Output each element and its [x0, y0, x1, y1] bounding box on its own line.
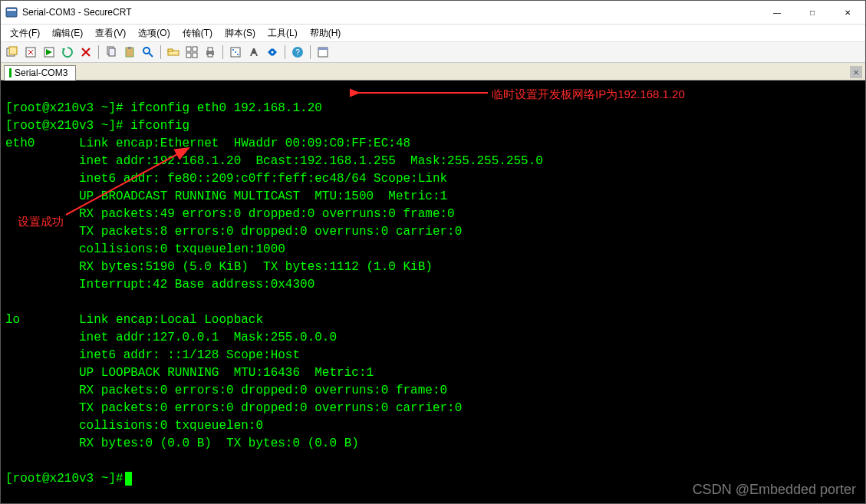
output-line: Interrupt:42 Base address:0x4300 — [5, 278, 314, 292]
annotation-set-success: 设置成功 — [18, 212, 64, 230]
svg-rect-32 — [318, 48, 328, 50]
toolbar-separator — [310, 45, 311, 59]
terminal-pane[interactable]: [root@x210v3 ~]# ifconfig eth0 192.168.1… — [1, 81, 865, 503]
output-line: inet addr:127.0.0.1 Mask:255.0.0.0 — [5, 331, 337, 344]
tab-strip: Serial-COM3 ✕ — [1, 63, 865, 81]
maximize-button[interactable]: □ — [795, 1, 830, 24]
annotation-arrow-icon — [350, 85, 488, 100]
svg-text:?: ? — [295, 48, 300, 57]
svg-rect-3 — [9, 47, 17, 54]
app-window: Serial-COM3 - SecureCRT — □ ✕ 文件(F) 编辑(E… — [0, 0, 866, 504]
keymap-icon[interactable] — [245, 44, 262, 61]
svg-rect-0 — [6, 8, 17, 17]
svg-rect-19 — [193, 47, 197, 51]
paste-icon[interactable] — [121, 44, 138, 61]
command-text: ifconfig — [123, 119, 189, 133]
output-line: RX bytes:5190 (5.0 KiB) TX bytes:1112 (1… — [5, 260, 433, 274]
svg-rect-13 — [128, 47, 131, 49]
cursor-block — [125, 472, 132, 486]
command-text: ifconfig eth0 192.168.1.20 — [123, 101, 322, 115]
output-line: inet addr:192.168.1.20 Bcast:192.168.1.2… — [5, 154, 543, 168]
disconnect-icon[interactable] — [77, 44, 94, 61]
output-line: eth0 Link encap:Ethernet HWaddr 00:09:C0… — [5, 137, 410, 150]
minimize-button[interactable]: — — [759, 1, 795, 24]
toolbar-separator — [285, 45, 285, 59]
toggle-icon[interactable] — [314, 44, 331, 61]
output-line: RX packets:49 errors:0 dropped:0 overrun… — [5, 207, 455, 221]
svg-point-27 — [235, 51, 236, 53]
output-line: UP BROADCAST RUNNING MULTICAST MTU:1500 … — [5, 189, 447, 203]
copy-icon[interactable] — [103, 44, 120, 61]
output-line: RX bytes:0 (0.0 B) TX bytes:0 (0.0 B) — [5, 436, 359, 450]
watermark-text: CSDN @Embedded porter — [693, 481, 856, 499]
svg-rect-1 — [7, 9, 16, 11]
print-icon[interactable] — [202, 44, 219, 61]
close-button[interactable]: ✕ — [830, 1, 865, 24]
svg-rect-17 — [168, 49, 173, 51]
svg-rect-20 — [186, 53, 191, 58]
connect-bar-icon[interactable] — [41, 44, 58, 61]
title-bar: Serial-COM3 - SecureCRT — □ ✕ — [1, 1, 865, 25]
session-mgr-icon[interactable] — [4, 44, 21, 61]
svg-point-14 — [143, 48, 150, 54]
output-line: lo Link encap:Local Loopback — [5, 313, 263, 327]
tab-close-icon[interactable]: ✕ — [850, 66, 862, 78]
tab-label: Serial-COM3 — [15, 68, 68, 78]
output-line: collisions:0 txqueuelen:0 — [5, 419, 263, 433]
toolbar: ? — [1, 42, 865, 63]
menu-transfer[interactable]: 传输(T) — [176, 25, 219, 41]
script-icon[interactable] — [264, 44, 281, 61]
menu-options[interactable]: 选项(O) — [132, 25, 176, 41]
output-line: TX packets:8 errors:0 dropped:0 overruns… — [5, 225, 462, 239]
prompt: [root@x210v3 ~]# — [5, 119, 123, 133]
output-line: TX packets:0 errors:0 dropped:0 overruns… — [5, 401, 462, 415]
svg-line-15 — [149, 53, 153, 57]
menu-bar: 文件(F) 编辑(E) 查看(V) 选项(O) 传输(T) 脚本(S) 工具(L… — [1, 25, 865, 42]
svg-rect-11 — [109, 48, 115, 56]
toolbar-separator — [98, 45, 99, 59]
reconnect-icon[interactable] — [59, 44, 76, 61]
quick-connect-icon[interactable] — [22, 44, 39, 61]
help-icon[interactable]: ? — [289, 44, 306, 61]
menu-edit[interactable]: 编辑(E) — [46, 25, 89, 41]
annotation-set-ip: 临时设置开发板网络IP为192.168.1.20 — [492, 85, 685, 103]
prompt: [root@x210v3 ~]# — [5, 472, 123, 486]
output-line: RX packets:0 errors:0 dropped:0 overruns… — [5, 384, 447, 397]
output-line: collisions:0 txqueuelen:1000 — [5, 242, 285, 256]
menu-tools[interactable]: 工具(L) — [262, 25, 304, 41]
sftp-icon[interactable] — [165, 44, 182, 61]
svg-point-28 — [237, 54, 239, 55]
menu-help[interactable]: 帮助(H) — [304, 25, 347, 41]
options-icon[interactable] — [227, 44, 244, 61]
output-line: inet6 addr: ::1/128 Scope:Host — [5, 348, 300, 362]
find-icon[interactable] — [140, 44, 156, 61]
output-line: inet6 addr: fe80::209:c0ff:feff:ec48/64 … — [5, 172, 447, 186]
prompt: [root@x210v3 ~]# — [5, 101, 123, 115]
app-icon — [5, 6, 18, 18]
svg-point-26 — [232, 49, 234, 51]
tab-serial-com3[interactable]: Serial-COM3 — [4, 65, 76, 81]
window-title: Serial-COM3 - SecureCRT — [22, 7, 131, 18]
menu-script[interactable]: 脚本(S) — [219, 25, 262, 41]
tile-icon[interactable] — [183, 44, 200, 61]
svg-rect-21 — [193, 53, 197, 58]
svg-rect-18 — [186, 47, 191, 51]
toolbar-separator — [160, 45, 161, 59]
menu-file[interactable]: 文件(F) — [4, 25, 46, 41]
menu-view[interactable]: 查看(V) — [89, 25, 132, 41]
output-line: UP LOOPBACK RUNNING MTU:16436 Metric:1 — [5, 366, 374, 380]
tab-active-mark — [9, 68, 12, 77]
toolbar-separator — [222, 45, 223, 59]
svg-rect-24 — [208, 54, 212, 57]
svg-rect-23 — [208, 48, 212, 51]
